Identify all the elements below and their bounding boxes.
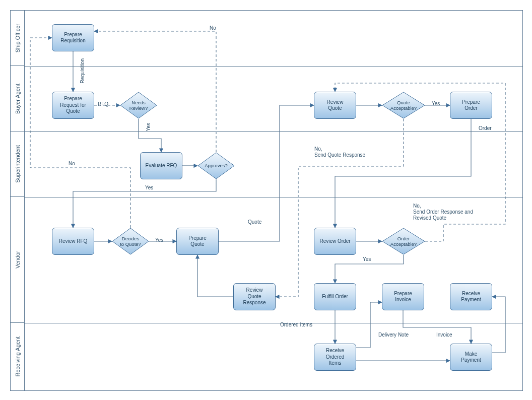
edge-label-no-needs-review-back: No — [210, 25, 216, 31]
lane-label: Receiving Agent — [15, 337, 21, 377]
edge-label-no-quote-response: No,Send Quote Response — [314, 146, 395, 158]
lane-separator — [25, 66, 522, 66]
node-approves: Approves? — [197, 152, 235, 179]
lane-superintendent: Superintendent — [11, 131, 25, 197]
edge-label-invoice: Invoice — [436, 332, 452, 338]
node-review-quote: ReviewQuote — [314, 92, 356, 119]
edge-label-delivery-note: Delivery Note — [378, 332, 409, 338]
edge-label-no-approves: No — [69, 161, 75, 167]
node-decides-to-quote: Decidesto Quote? — [112, 228, 149, 255]
node-review-quote-response: ReviewQuoteResponse — [233, 283, 276, 310]
diamond-label: Approves? — [197, 152, 235, 179]
lane-ship-officer: Ship Officer — [11, 11, 25, 66]
lane-separator — [25, 131, 522, 132]
lane-separator — [25, 323, 522, 323]
node-fulfill-order: Fulfill Order — [314, 283, 356, 310]
lane-label: Vendor — [15, 251, 21, 269]
edge-label-rfq: RFQ — [98, 101, 108, 107]
edge-label-ordered-items: Ordered Items — [280, 322, 312, 328]
node-order-acceptable: OrderAcceptable? — [382, 228, 425, 255]
node-evaluate-rfq: Evaluate RFQ — [140, 152, 182, 179]
edge-label-requisition: Requisition — [80, 58, 85, 83]
lane-label: Ship Officer — [15, 24, 21, 52]
node-make-payment: MakePayment — [450, 344, 492, 371]
edge-label-no-order-response: No,Send Order Response andRevised Quote — [413, 203, 494, 221]
node-review-order: Review Order — [314, 228, 356, 255]
edge-label-yes-needs-review: Yes — [146, 123, 151, 131]
edge-label-yes-approves: Yes — [145, 185, 153, 191]
swimlane-diagram: Ship Officer Buyer Agent Superintendent … — [0, 0, 532, 400]
diamond-label: OrderAcceptable? — [382, 228, 425, 255]
node-quote-acceptable: QuoteAcceptable? — [382, 92, 425, 119]
edge-label-yes-decides: Yes — [155, 237, 163, 243]
diamond-label: QuoteAcceptable? — [382, 92, 425, 119]
edge-label-yes-order-acc: Yes — [363, 256, 371, 262]
node-prepare-invoice: PrepareInvoice — [382, 283, 424, 310]
node-review-rfq: Review RFQ — [52, 228, 94, 255]
edge-label-quote: Quote — [248, 219, 261, 225]
node-receive-payment: ReceivePayment — [450, 283, 492, 310]
edge-label-order: Order — [479, 125, 492, 131]
lane-label: Buyer Agent — [15, 84, 21, 114]
lane-buyer-agent: Buyer Agent — [11, 66, 25, 131]
diamond-label: NeedsReview? — [120, 92, 157, 119]
node-prepare-rfq: PrepareRequest forQuote — [52, 92, 94, 119]
node-prepare-order: PrepareOrder — [450, 92, 492, 119]
lane-separator — [25, 197, 522, 197]
edge-label-yes-quote-acc: Yes — [432, 101, 440, 107]
node-needs-review: NeedsReview? — [120, 92, 157, 119]
node-prepare-requisition: PrepareRequisition — [52, 24, 94, 51]
lane-vendor: Vendor — [11, 197, 25, 323]
node-prepare-quote: PrepareQuote — [176, 228, 219, 255]
lane-label: Superintendent — [15, 145, 21, 183]
lane-receiving-agent: Receiving Agent — [11, 323, 25, 390]
diamond-label: Decidesto Quote? — [112, 228, 149, 255]
node-receive-ordered-items: ReceiveOrderedItems — [314, 344, 356, 371]
